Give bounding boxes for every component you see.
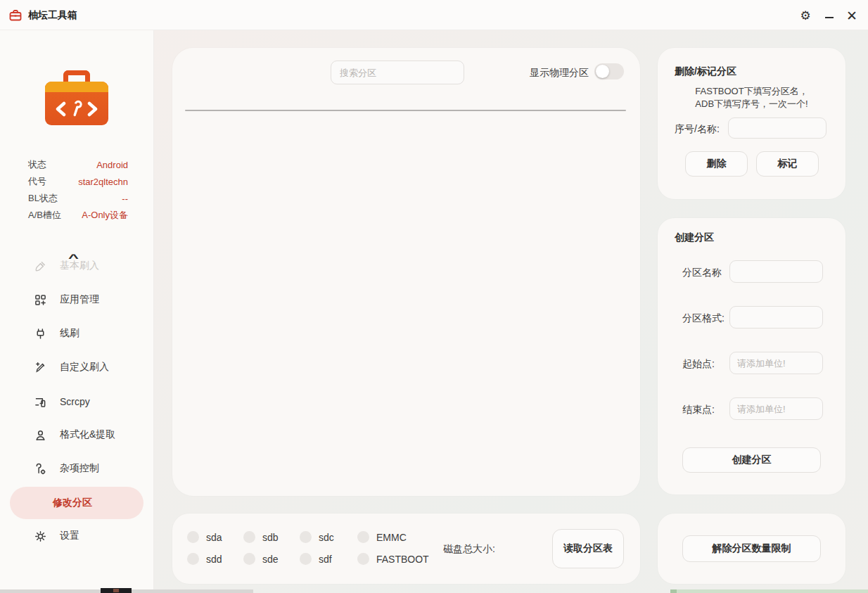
search-input[interactable] — [331, 60, 464, 84]
sidebar-item-label: 线刷 — [60, 327, 79, 340]
sidebar-item-misc-control[interactable]: 杂项控制 — [0, 459, 154, 478]
status-value: A-Only设备 — [82, 209, 128, 222]
create-partition-panel: 创建分区 分区名称 分区格式: 起始点: 结束点: 创建分区 — [658, 218, 845, 495]
app-grid-icon — [34, 293, 46, 306]
status-row: A/B槽位A-Only设备 — [28, 207, 128, 224]
status-row: BL状态-- — [28, 190, 128, 207]
gear-icon — [34, 530, 46, 542]
partition-name-input[interactable] — [729, 260, 823, 283]
disk-radio-sdd[interactable]: sdd — [187, 553, 222, 565]
end-point-label: 结束点: — [682, 404, 715, 416]
delete-button[interactable]: 删除 — [685, 151, 748, 177]
radio-label: EMMC — [376, 532, 407, 543]
radio-label: sdf — [319, 554, 332, 565]
radio-icon — [357, 553, 369, 565]
sidebar-item-label: 修改分区 — [53, 497, 92, 509]
sidebar-item-label: 自定义刷入 — [60, 361, 109, 374]
radio-label: sdd — [206, 554, 222, 565]
user-icon — [34, 428, 46, 441]
radio-icon — [187, 531, 199, 543]
partition-format-label: 分区格式: — [682, 312, 725, 325]
sidebar-item-app-management[interactable]: 应用管理 — [0, 290, 154, 310]
disk-radio-sde[interactable]: sde — [243, 553, 279, 565]
wrench-gear-icon — [34, 462, 46, 475]
radio-label: sde — [262, 554, 279, 565]
status-row: 代号star2qltechn — [28, 173, 128, 190]
minimize-icon — [825, 17, 834, 18]
toolbox-logo-icon — [9, 9, 22, 22]
collapse-caret-icon[interactable]: ^ — [68, 252, 79, 264]
radio-label: sda — [206, 532, 222, 543]
radio-icon — [243, 531, 255, 543]
sidebar-item-format-extract[interactable]: 格式化&提取 — [0, 425, 154, 445]
panel-hint-line1: FASTBOOT下填写分区名， — [658, 85, 845, 98]
unlock-limit-panel: 解除分区数量限制 — [658, 514, 845, 584]
radio-label: sdb — [262, 532, 279, 543]
disk-radio-sda[interactable]: sda — [187, 531, 222, 543]
status-label: A/B槽位 — [28, 209, 61, 222]
screen-mirror-icon — [34, 395, 46, 408]
sidebar-item-settings[interactable]: 设置 — [0, 526, 154, 546]
wrench-icon — [69, 98, 84, 119]
start-point-input[interactable] — [729, 352, 823, 374]
bottom-edge-green-strip — [670, 589, 868, 593]
radio-icon — [300, 553, 312, 565]
sidebar-item-modify-partition[interactable]: 修改分区 — [10, 487, 143, 519]
radio-icon — [187, 553, 199, 565]
sidebar-item-custom-flash[interactable]: 自定义刷入 — [0, 357, 154, 377]
code-chevron-right-icon — [87, 101, 98, 117]
sidebar-item-label: 设置 — [60, 530, 79, 542]
bottom-edge-image-fragment — [101, 588, 132, 593]
disk-select-panel: sda sdb sdc EMMC sdd sde sdf FASTBOOT 磁盘… — [172, 514, 640, 584]
status-row: 状态Android — [28, 156, 128, 173]
status-label: 状态 — [28, 158, 46, 171]
gear-icon: ⚙ — [800, 8, 810, 23]
status-value: Android — [96, 160, 128, 170]
app-window: 柚坛工具箱 ⚙ ✕ 状态Android 代号star2qltechn B — [0, 0, 868, 593]
sidebar-item-scrcpy[interactable]: Scrcpy — [0, 392, 154, 412]
end-point-input[interactable] — [729, 397, 823, 420]
close-icon: ✕ — [846, 8, 857, 24]
status-value: star2qltechn — [78, 177, 128, 187]
disk-radio-fastboot[interactable]: FASTBOOT — [357, 553, 429, 565]
brush-icon — [34, 260, 46, 272]
show-physical-toggle[interactable] — [594, 63, 624, 79]
panel-title: 创建分区 — [675, 231, 714, 244]
code-chevron-left-icon — [55, 101, 67, 117]
app-logo — [45, 70, 108, 128]
status-label: 代号 — [28, 175, 46, 188]
disk-radio-sdc[interactable]: sdc — [300, 531, 334, 543]
sidebar-item-basic-flash[interactable]: 基本刷入 ^ — [0, 256, 154, 276]
title-bar: 柚坛工具箱 ⚙ ✕ — [0, 0, 868, 30]
radio-label: FASTBOOT — [376, 554, 429, 565]
read-partition-table-button[interactable]: 读取分区表 — [552, 529, 624, 568]
close-button[interactable]: ✕ — [842, 6, 862, 25]
status-label: BL状态 — [28, 192, 58, 205]
disk-total-size-label: 磁盘总大小: — [443, 543, 495, 556]
disk-radio-sdb[interactable]: sdb — [243, 531, 279, 543]
list-header-divider — [185, 110, 626, 111]
partition-name-label: 分区名称 — [682, 267, 722, 279]
delete-mark-panel: 删除/标记分区 FASTBOOT下填写分区名， ADB下填写序号，一次一个! 序… — [658, 48, 845, 199]
show-physical-toggle-label: 显示物理分区 — [530, 67, 589, 79]
unlock-partition-limit-button[interactable]: 解除分区数量限制 — [682, 535, 821, 562]
disk-radio-emmc[interactable]: EMMC — [357, 531, 407, 543]
sidebar-item-label: 格式化&提取 — [60, 428, 115, 441]
titlebar-settings-button[interactable]: ⚙ — [796, 6, 815, 25]
serial-name-input[interactable] — [728, 117, 826, 139]
partition-format-input[interactable] — [729, 306, 823, 329]
create-partition-button[interactable]: 创建分区 — [682, 447, 821, 473]
sidebar: 状态Android 代号star2qltechn BL状态-- A/B槽位A-O… — [0, 30, 154, 593]
radio-icon — [243, 553, 255, 565]
cable-icon — [34, 327, 46, 340]
disk-radio-sdf[interactable]: sdf — [300, 553, 332, 565]
serial-name-label: 序号/名称: — [675, 123, 720, 136]
toggle-knob — [596, 65, 609, 78]
sidebar-item-label: 应用管理 — [60, 293, 99, 306]
radio-icon — [300, 531, 312, 543]
sidebar-item-label: 基本刷入 — [60, 260, 99, 272]
panel-title: 删除/标记分区 — [675, 65, 736, 78]
sidebar-item-wire-flash[interactable]: 线刷 — [0, 324, 154, 343]
mark-button[interactable]: 标记 — [756, 151, 819, 177]
minimize-button[interactable] — [819, 6, 839, 25]
